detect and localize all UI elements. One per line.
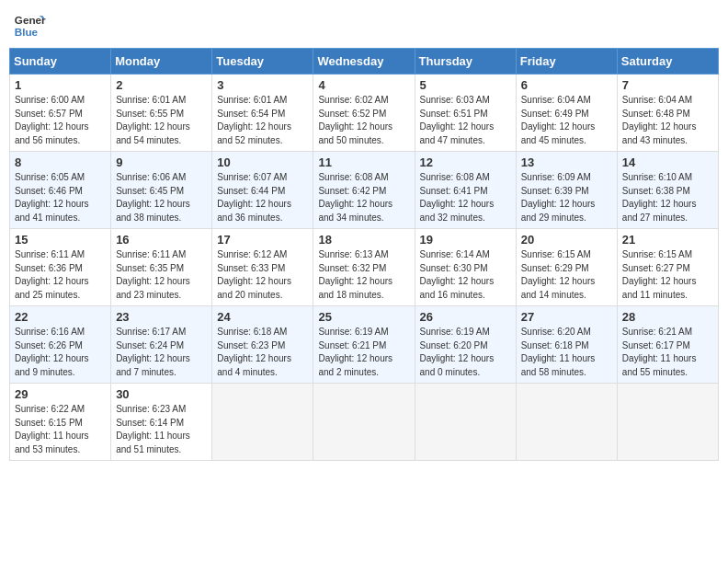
cell-info: Sunrise: 6:00 AMSunset: 6:57 PMDaylight:… [15,94,106,147]
cell-info: Sunrise: 6:06 AMSunset: 6:45 PMDaylight:… [116,171,207,224]
cell-info: Sunrise: 6:08 AMSunset: 6:42 PMDaylight:… [318,171,409,224]
cell-info: Sunrise: 6:11 AMSunset: 6:35 PMDaylight:… [116,248,207,302]
calendar-cell: 5Sunrise: 6:03 AMSunset: 6:51 PMDaylight… [415,75,516,152]
calendar-cell: 29Sunrise: 6:22 AMSunset: 6:15 PMDayligh… [10,384,111,461]
cell-info: Sunrise: 6:22 AMSunset: 6:15 PMDaylight:… [15,403,106,456]
day-number: 12 [420,155,511,169]
cell-info: Sunrise: 6:03 AMSunset: 6:51 PMDaylight:… [420,94,511,147]
day-number: 21 [622,233,713,247]
cell-info: Sunrise: 6:15 AMSunset: 6:27 PMDaylight:… [622,248,713,302]
calendar-cell: 16Sunrise: 6:11 AMSunset: 6:35 PMDayligh… [111,229,212,306]
calendar-cell [212,384,313,461]
col-header-monday: Monday [111,49,212,75]
day-number: 15 [15,233,106,247]
cell-info: Sunrise: 6:04 AMSunset: 6:49 PMDaylight:… [521,94,612,147]
svg-text:Blue: Blue [15,26,39,38]
cell-info: Sunrise: 6:07 AMSunset: 6:44 PMDaylight:… [217,171,308,224]
day-number: 19 [420,233,511,247]
day-number: 11 [318,155,409,169]
cell-info: Sunrise: 6:10 AMSunset: 6:38 PMDaylight:… [622,171,713,224]
calendar-cell: 14Sunrise: 6:10 AMSunset: 6:38 PMDayligh… [617,152,718,229]
week-row-3: 15Sunrise: 6:11 AMSunset: 6:36 PMDayligh… [10,229,719,306]
calendar-cell [313,384,415,461]
day-number: 29 [15,387,106,401]
calendar-cell: 20Sunrise: 6:15 AMSunset: 6:29 PMDayligh… [516,229,617,306]
day-number: 20 [521,233,612,247]
day-number: 13 [521,155,612,169]
day-number: 28 [622,310,713,324]
cell-info: Sunrise: 6:19 AMSunset: 6:20 PMDaylight:… [420,326,511,379]
week-row-4: 22Sunrise: 6:16 AMSunset: 6:26 PMDayligh… [10,306,719,384]
cell-info: Sunrise: 6:08 AMSunset: 6:41 PMDaylight:… [420,171,511,224]
svg-text:General: General [15,14,46,26]
calendar-cell: 17Sunrise: 6:12 AMSunset: 6:33 PMDayligh… [212,229,313,306]
day-number: 16 [116,233,207,247]
calendar-cell: 27Sunrise: 6:20 AMSunset: 6:18 PMDayligh… [516,306,617,384]
day-number: 27 [521,310,612,324]
day-number: 30 [116,387,207,401]
day-number: 22 [15,310,106,324]
calendar-cell [415,384,516,461]
calendar-cell: 2Sunrise: 6:01 AMSunset: 6:55 PMDaylight… [111,75,212,152]
cell-info: Sunrise: 6:19 AMSunset: 6:21 PMDaylight:… [318,326,409,379]
day-number: 26 [420,310,511,324]
day-number: 1 [15,78,106,92]
day-number: 3 [217,78,308,92]
day-number: 10 [217,155,308,169]
calendar-cell: 3Sunrise: 6:01 AMSunset: 6:54 PMDaylight… [212,75,313,152]
day-number: 5 [420,78,511,92]
cell-info: Sunrise: 6:11 AMSunset: 6:36 PMDaylight:… [15,248,106,302]
calendar-cell: 21Sunrise: 6:15 AMSunset: 6:27 PMDayligh… [617,229,718,306]
cell-info: Sunrise: 6:21 AMSunset: 6:17 PMDaylight:… [622,326,713,379]
week-row-5: 29Sunrise: 6:22 AMSunset: 6:15 PMDayligh… [10,384,719,461]
cell-info: Sunrise: 6:13 AMSunset: 6:32 PMDaylight:… [318,248,409,302]
day-number: 24 [217,310,308,324]
calendar-cell: 25Sunrise: 6:19 AMSunset: 6:21 PMDayligh… [313,306,415,384]
cell-info: Sunrise: 6:01 AMSunset: 6:54 PMDaylight:… [217,94,308,147]
day-number: 18 [318,233,409,247]
calendar-cell: 19Sunrise: 6:14 AMSunset: 6:30 PMDayligh… [415,229,516,306]
calendar-cell: 28Sunrise: 6:21 AMSunset: 6:17 PMDayligh… [617,306,718,384]
cell-info: Sunrise: 6:02 AMSunset: 6:52 PMDaylight:… [318,94,409,147]
cell-info: Sunrise: 6:12 AMSunset: 6:33 PMDaylight:… [217,248,308,302]
col-header-saturday: Saturday [617,49,718,75]
page-header: General Blue [9,9,719,42]
day-number: 9 [116,155,207,169]
calendar-cell: 30Sunrise: 6:23 AMSunset: 6:14 PMDayligh… [111,384,212,461]
calendar-cell: 8Sunrise: 6:05 AMSunset: 6:46 PMDaylight… [10,152,111,229]
day-number: 7 [622,78,713,92]
day-number: 25 [318,310,409,324]
col-header-wednesday: Wednesday [313,49,415,75]
calendar-cell: 10Sunrise: 6:07 AMSunset: 6:44 PMDayligh… [212,152,313,229]
day-number: 2 [116,78,207,92]
cell-info: Sunrise: 6:05 AMSunset: 6:46 PMDaylight:… [15,171,106,224]
calendar-cell: 6Sunrise: 6:04 AMSunset: 6:49 PMDaylight… [516,75,617,152]
calendar-cell: 18Sunrise: 6:13 AMSunset: 6:32 PMDayligh… [313,229,415,306]
calendar-cell: 7Sunrise: 6:04 AMSunset: 6:48 PMDaylight… [617,75,718,152]
calendar-cell [516,384,617,461]
cell-info: Sunrise: 6:04 AMSunset: 6:48 PMDaylight:… [622,94,713,147]
cell-info: Sunrise: 6:23 AMSunset: 6:14 PMDaylight:… [116,403,207,456]
week-row-1: 1Sunrise: 6:00 AMSunset: 6:57 PMDaylight… [10,75,719,152]
col-header-thursday: Thursday [415,49,516,75]
cell-info: Sunrise: 6:17 AMSunset: 6:24 PMDaylight:… [116,326,207,379]
cell-info: Sunrise: 6:15 AMSunset: 6:29 PMDaylight:… [521,248,612,302]
day-number: 4 [318,78,409,92]
calendar-cell: 24Sunrise: 6:18 AMSunset: 6:23 PMDayligh… [212,306,313,384]
cell-info: Sunrise: 6:20 AMSunset: 6:18 PMDaylight:… [521,326,612,379]
week-row-2: 8Sunrise: 6:05 AMSunset: 6:46 PMDaylight… [10,152,719,229]
calendar-cell: 13Sunrise: 6:09 AMSunset: 6:39 PMDayligh… [516,152,617,229]
logo-icon: General Blue [13,9,46,42]
calendar-cell: 9Sunrise: 6:06 AMSunset: 6:45 PMDaylight… [111,152,212,229]
day-number: 6 [521,78,612,92]
day-number: 8 [15,155,106,169]
calendar-cell: 15Sunrise: 6:11 AMSunset: 6:36 PMDayligh… [10,229,111,306]
calendar-cell: 4Sunrise: 6:02 AMSunset: 6:52 PMDaylight… [313,75,415,152]
col-header-friday: Friday [516,49,617,75]
calendar-table: SundayMondayTuesdayWednesdayThursdayFrid… [9,48,719,461]
calendar-cell: 12Sunrise: 6:08 AMSunset: 6:41 PMDayligh… [415,152,516,229]
cell-info: Sunrise: 6:18 AMSunset: 6:23 PMDaylight:… [217,326,308,379]
calendar-cell: 23Sunrise: 6:17 AMSunset: 6:24 PMDayligh… [111,306,212,384]
calendar-cell: 11Sunrise: 6:08 AMSunset: 6:42 PMDayligh… [313,152,415,229]
cell-info: Sunrise: 6:14 AMSunset: 6:30 PMDaylight:… [420,248,511,302]
